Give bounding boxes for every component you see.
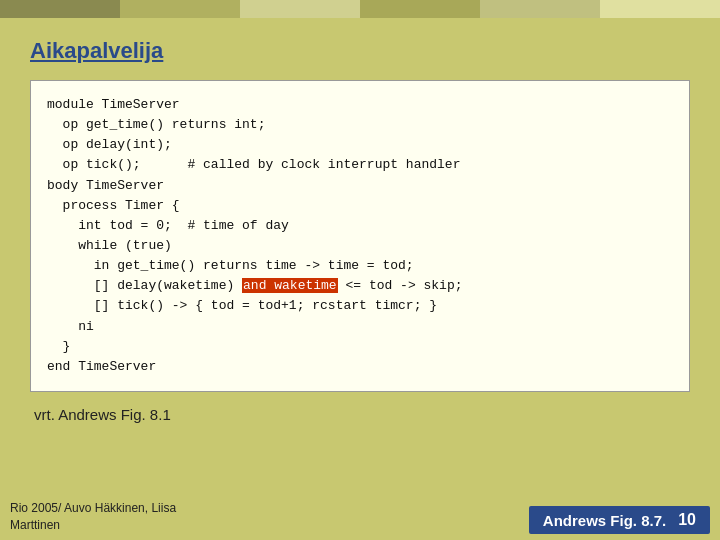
code-line6: process Timer {: [47, 198, 180, 213]
top-bar-segment-4: [360, 0, 480, 18]
page-title: Aikapalvelija: [30, 38, 690, 64]
code-line2: op get_time() returns int;: [47, 117, 265, 132]
top-bar: [0, 0, 720, 18]
code-line10-highlight: and waketime: [242, 278, 338, 293]
caption: vrt. Andrews Fig. 8.1: [30, 406, 690, 423]
code-line13: }: [47, 339, 70, 354]
code-line11: [] tick() -> { tod = tod+1; rcstart timc…: [47, 298, 437, 313]
top-bar-segment-3: [240, 0, 360, 18]
andrews-badge: Andrews Fig. 8.7. 10: [529, 506, 710, 534]
code-line5: body TimeServer: [47, 178, 164, 193]
credit-line2: Marttinen: [10, 517, 176, 534]
code-line10-after: <= tod -> skip;: [338, 278, 463, 293]
badge-number: 10: [678, 511, 696, 529]
top-bar-segment-2: [120, 0, 240, 18]
code-line1: module TimeServer: [47, 97, 180, 112]
code-line8: while (true): [47, 238, 172, 253]
bottom-left-credit: Rio 2005/ Auvo Häkkinen, Liisa Marttinen: [10, 500, 176, 534]
badge-label: Andrews Fig. 8.7.: [543, 512, 666, 529]
code-block: module TimeServer op get_time() returns …: [30, 80, 690, 392]
code-line10-before: [] delay(waketime): [47, 278, 242, 293]
top-bar-segment-5: [480, 0, 600, 18]
code-line3: op delay(int);: [47, 137, 172, 152]
code-line7: int tod = 0; # time of day: [47, 218, 289, 233]
code-line12: ni: [47, 319, 94, 334]
bottom-bar: Rio 2005/ Auvo Häkkinen, Liisa Marttinen…: [0, 500, 720, 540]
main-content: Aikapalvelija module TimeServer op get_t…: [0, 18, 720, 453]
code-line4: op tick(); # called by clock interrupt h…: [47, 157, 460, 172]
code-line9: in get_time() returns time -> time = tod…: [47, 258, 414, 273]
code-line14: end TimeServer: [47, 359, 156, 374]
top-bar-segment-6: [600, 0, 720, 18]
top-bar-segment-1: [0, 0, 120, 18]
code-line10: [] delay(waketime) and waketime <= tod -…: [47, 278, 463, 293]
credit-line1: Rio 2005/ Auvo Häkkinen, Liisa: [10, 500, 176, 517]
